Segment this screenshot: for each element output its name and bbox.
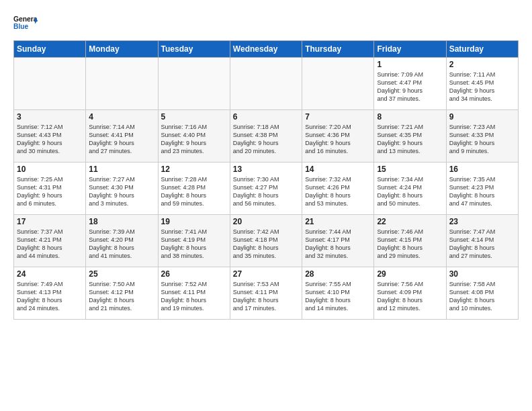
day-number: 18 (89, 217, 154, 226)
day-number: 11 (89, 165, 154, 174)
header: General Blue (13, 11, 519, 35)
day-number: 2 (449, 60, 515, 69)
day-detail: Sunrise: 7:44 AM Sunset: 4:17 PM Dayligh… (305, 228, 371, 261)
weekday-header-monday: Monday (86, 41, 158, 58)
day-number: 10 (17, 165, 83, 174)
week-row-4: 17Sunrise: 7:37 AM Sunset: 4:21 PM Dayli… (14, 215, 519, 267)
calendar-cell: 8Sunrise: 7:21 AM Sunset: 4:35 PM Daylig… (374, 110, 446, 163)
weekday-header-friday: Friday (374, 41, 446, 58)
calendar-cell: 20Sunrise: 7:42 AM Sunset: 4:18 PM Dayli… (230, 215, 302, 267)
day-number: 27 (233, 269, 299, 279)
day-number: 6 (233, 112, 299, 122)
day-detail: Sunrise: 7:20 AM Sunset: 4:36 PM Dayligh… (305, 123, 371, 156)
calendar-cell: 17Sunrise: 7:37 AM Sunset: 4:21 PM Dayli… (14, 215, 86, 267)
calendar-cell: 27Sunrise: 7:53 AM Sunset: 4:11 PM Dayli… (230, 267, 302, 320)
calendar-cell: 24Sunrise: 7:49 AM Sunset: 4:13 PM Dayli… (14, 267, 86, 320)
calendar-cell (230, 58, 302, 110)
weekday-header-saturday: Saturday (446, 41, 518, 58)
calendar-cell (302, 58, 374, 110)
day-number: 29 (377, 269, 443, 279)
day-detail: Sunrise: 7:27 AM Sunset: 4:30 PM Dayligh… (89, 175, 154, 208)
svg-text:Blue: Blue (13, 23, 29, 30)
day-number: 14 (305, 165, 371, 174)
day-number: 25 (89, 269, 154, 279)
day-number: 17 (17, 217, 83, 226)
week-row-5: 24Sunrise: 7:49 AM Sunset: 4:13 PM Dayli… (14, 267, 519, 320)
logo: General Blue (13, 11, 38, 35)
day-number: 24 (17, 269, 83, 279)
day-detail: Sunrise: 7:52 AM Sunset: 4:11 PM Dayligh… (161, 280, 227, 313)
calendar-cell: 6Sunrise: 7:18 AM Sunset: 4:38 PM Daylig… (230, 110, 302, 163)
day-number: 21 (305, 217, 371, 226)
day-number: 13 (233, 165, 299, 174)
day-detail: Sunrise: 7:28 AM Sunset: 4:28 PM Dayligh… (161, 175, 227, 208)
day-number: 26 (161, 269, 227, 279)
day-number: 12 (161, 165, 227, 174)
day-detail: Sunrise: 7:18 AM Sunset: 4:38 PM Dayligh… (233, 123, 299, 156)
day-detail: Sunrise: 7:11 AM Sunset: 4:45 PM Dayligh… (449, 71, 515, 103)
calendar-cell: 21Sunrise: 7:44 AM Sunset: 4:17 PM Dayli… (302, 215, 374, 267)
day-number: 15 (377, 165, 443, 174)
week-row-2: 3Sunrise: 7:12 AM Sunset: 4:43 PM Daylig… (14, 110, 519, 163)
calendar-page: General Blue SundayMondayTuesdayWednesda… (0, 0, 532, 411)
calendar-cell: 16Sunrise: 7:35 AM Sunset: 4:23 PM Dayli… (446, 163, 518, 215)
weekday-header-tuesday: Tuesday (158, 41, 230, 58)
day-number: 3 (17, 112, 83, 122)
calendar-cell: 19Sunrise: 7:41 AM Sunset: 4:19 PM Dayli… (158, 215, 230, 267)
day-detail: Sunrise: 7:55 AM Sunset: 4:10 PM Dayligh… (305, 280, 371, 313)
calendar-cell: 12Sunrise: 7:28 AM Sunset: 4:28 PM Dayli… (158, 163, 230, 215)
day-number: 16 (449, 165, 515, 174)
day-detail: Sunrise: 7:30 AM Sunset: 4:27 PM Dayligh… (233, 175, 299, 208)
day-number: 8 (377, 112, 443, 122)
calendar-cell: 26Sunrise: 7:52 AM Sunset: 4:11 PM Dayli… (158, 267, 230, 320)
calendar-cell: 3Sunrise: 7:12 AM Sunset: 4:43 PM Daylig… (14, 110, 86, 163)
day-detail: Sunrise: 7:21 AM Sunset: 4:35 PM Dayligh… (377, 123, 443, 156)
weekday-header-wednesday: Wednesday (230, 41, 302, 58)
day-detail: Sunrise: 7:16 AM Sunset: 4:40 PM Dayligh… (161, 123, 227, 156)
day-detail: Sunrise: 7:34 AM Sunset: 4:24 PM Dayligh… (377, 175, 443, 208)
day-number: 7 (305, 112, 371, 122)
calendar-cell: 9Sunrise: 7:23 AM Sunset: 4:33 PM Daylig… (446, 110, 518, 163)
calendar-cell: 13Sunrise: 7:30 AM Sunset: 4:27 PM Dayli… (230, 163, 302, 215)
calendar-cell (14, 58, 86, 110)
day-number: 30 (449, 269, 515, 279)
day-detail: Sunrise: 7:35 AM Sunset: 4:23 PM Dayligh… (449, 175, 515, 208)
calendar-cell: 10Sunrise: 7:25 AM Sunset: 4:31 PM Dayli… (14, 163, 86, 215)
weekday-header-thursday: Thursday (302, 41, 374, 58)
calendar-cell: 15Sunrise: 7:34 AM Sunset: 4:24 PM Dayli… (374, 163, 446, 215)
calendar-cell (158, 58, 230, 110)
calendar-cell: 5Sunrise: 7:16 AM Sunset: 4:40 PM Daylig… (158, 110, 230, 163)
day-number: 20 (233, 217, 299, 226)
day-number: 5 (161, 112, 227, 122)
day-detail: Sunrise: 7:14 AM Sunset: 4:41 PM Dayligh… (89, 123, 154, 156)
day-detail: Sunrise: 7:47 AM Sunset: 4:14 PM Dayligh… (449, 228, 515, 261)
day-detail: Sunrise: 7:37 AM Sunset: 4:21 PM Dayligh… (17, 228, 83, 261)
calendar-cell: 30Sunrise: 7:58 AM Sunset: 4:08 PM Dayli… (446, 267, 518, 320)
day-detail: Sunrise: 7:50 AM Sunset: 4:12 PM Dayligh… (89, 280, 154, 313)
day-detail: Sunrise: 7:53 AM Sunset: 4:11 PM Dayligh… (233, 280, 299, 313)
day-detail: Sunrise: 7:32 AM Sunset: 4:26 PM Dayligh… (305, 175, 371, 208)
calendar-cell: 28Sunrise: 7:55 AM Sunset: 4:10 PM Dayli… (302, 267, 374, 320)
weekday-header-sunday: Sunday (14, 41, 86, 58)
day-detail: Sunrise: 7:41 AM Sunset: 4:19 PM Dayligh… (161, 228, 227, 261)
calendar-cell: 22Sunrise: 7:46 AM Sunset: 4:15 PM Dayli… (374, 215, 446, 267)
calendar-cell: 23Sunrise: 7:47 AM Sunset: 4:14 PM Dayli… (446, 215, 518, 267)
calendar-cell: 18Sunrise: 7:39 AM Sunset: 4:20 PM Dayli… (86, 215, 158, 267)
day-detail: Sunrise: 7:39 AM Sunset: 4:20 PM Dayligh… (89, 228, 154, 261)
svg-text:General: General (13, 15, 38, 23)
day-number: 19 (161, 217, 227, 226)
calendar-cell: 25Sunrise: 7:50 AM Sunset: 4:12 PM Dayli… (86, 267, 158, 320)
week-row-1: 1Sunrise: 7:09 AM Sunset: 4:47 PM Daylig… (14, 58, 519, 110)
day-detail: Sunrise: 7:25 AM Sunset: 4:31 PM Dayligh… (17, 175, 83, 208)
calendar-cell: 11Sunrise: 7:27 AM Sunset: 4:30 PM Dayli… (86, 163, 158, 215)
day-detail: Sunrise: 7:56 AM Sunset: 4:09 PM Dayligh… (377, 280, 443, 313)
calendar-table: SundayMondayTuesdayWednesdayThursdayFrid… (13, 40, 519, 320)
day-number: 9 (449, 112, 515, 122)
calendar-cell: 1Sunrise: 7:09 AM Sunset: 4:47 PM Daylig… (374, 58, 446, 110)
day-detail: Sunrise: 7:42 AM Sunset: 4:18 PM Dayligh… (233, 228, 299, 261)
day-number: 23 (449, 217, 515, 226)
day-detail: Sunrise: 7:23 AM Sunset: 4:33 PM Dayligh… (449, 123, 515, 156)
day-number: 1 (377, 60, 443, 69)
calendar-cell: 14Sunrise: 7:32 AM Sunset: 4:26 PM Dayli… (302, 163, 374, 215)
calendar-cell: 7Sunrise: 7:20 AM Sunset: 4:36 PM Daylig… (302, 110, 374, 163)
